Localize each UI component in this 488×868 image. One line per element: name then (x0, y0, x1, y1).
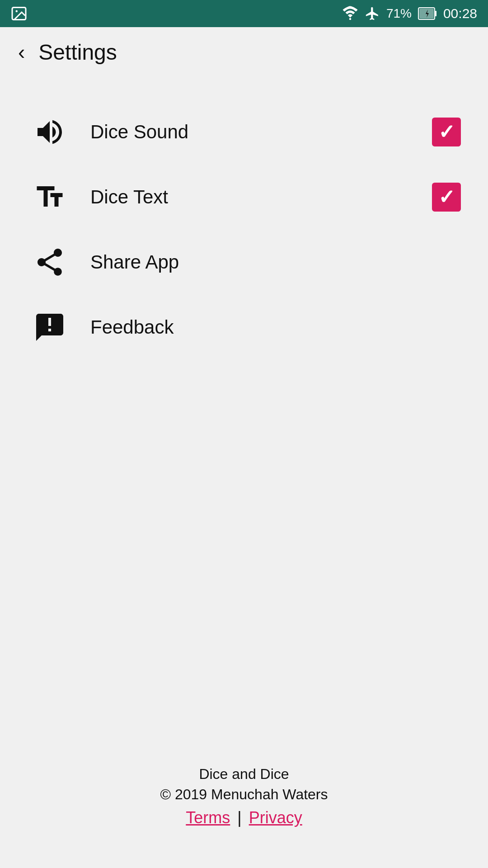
main-content: Dice Sound Dice Text Sha (0, 77, 488, 868)
dice-text-checkbox[interactable] (432, 183, 461, 212)
terms-link[interactable]: Terms (186, 808, 230, 827)
settings-item-dice-sound[interactable]: Dice Sound (27, 99, 461, 165)
status-bar-left (11, 5, 335, 22)
airplane-icon (365, 6, 380, 21)
footer-links: Terms | Privacy (9, 808, 479, 827)
dice-sound-checkbox[interactable] (432, 118, 461, 146)
wifi-icon (342, 5, 358, 22)
footer-copyright: © 2019 Menuchah Waters (9, 786, 479, 803)
settings-item-share-app[interactable]: Share App (27, 230, 461, 295)
share-icon (27, 246, 72, 278)
feedback-label: Feedback (90, 316, 461, 338)
top-nav: ‹ Settings (0, 27, 488, 77)
sound-icon (27, 116, 72, 148)
image-icon (11, 5, 27, 22)
battery-percentage: 71% (386, 6, 412, 21)
time-display: 00:28 (443, 6, 477, 21)
page-title: Settings (38, 40, 117, 65)
dice-sound-label: Dice Sound (90, 121, 432, 143)
footer-separator: | (237, 808, 241, 827)
status-bar: 71% 00:28 (0, 0, 488, 27)
privacy-link[interactable]: Privacy (249, 808, 302, 827)
footer-app-name: Dice and Dice (9, 766, 479, 783)
text-icon (27, 181, 72, 213)
svg-point-2 (349, 18, 352, 20)
battery-icon (418, 7, 437, 20)
settings-item-feedback[interactable]: Feedback (27, 295, 461, 360)
dice-text-label: Dice Text (90, 186, 432, 208)
svg-point-1 (16, 10, 18, 13)
svg-rect-4 (435, 11, 436, 16)
status-bar-right: 71% 00:28 (342, 5, 477, 22)
share-app-label: Share App (90, 251, 461, 273)
back-button[interactable]: ‹ (18, 42, 25, 62)
settings-item-dice-text[interactable]: Dice Text (27, 165, 461, 230)
settings-list: Dice Sound Dice Text Sha (0, 90, 488, 369)
footer: Dice and Dice © 2019 Menuchah Waters Ter… (0, 748, 488, 854)
feedback-icon (27, 311, 72, 344)
